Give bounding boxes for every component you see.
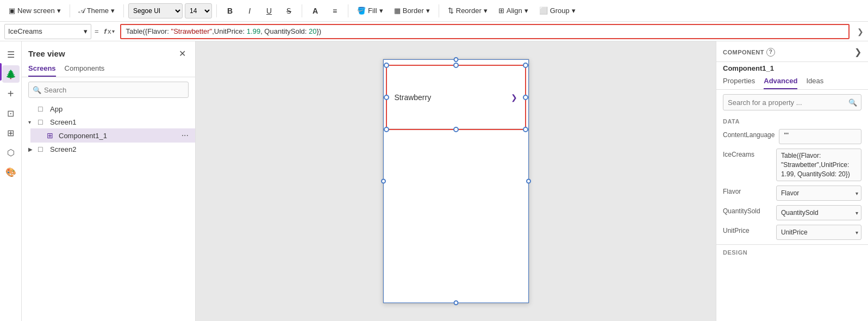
variables-button[interactable]: ⬡ (2, 144, 20, 161)
underline-button[interactable]: U (260, 2, 278, 20)
tab-properties[interactable]: Properties (723, 77, 755, 89)
formula-equals: = (95, 27, 99, 35)
phone-handle-mr[interactable] (526, 179, 531, 184)
tree-header: Tree view ✕ (22, 41, 195, 64)
italic-button[interactable]: I (241, 2, 258, 20)
flavor-select[interactable]: Flavor (776, 186, 861, 201)
formula-fx-button[interactable]: f x ▾ (102, 26, 117, 36)
formula-input[interactable]: Table({Flavor: "Strawbetter",UnitPrice: … (120, 24, 850, 39)
variables-icon: ⬡ (7, 147, 15, 158)
separator-3 (216, 4, 217, 17)
tree-item-app[interactable]: □ App (22, 102, 195, 115)
phone-frame[interactable]: Strawberry ❯ (383, 59, 529, 304)
formula-expand-icon[interactable]: ❯ (857, 27, 864, 36)
menu-icon: ☰ (7, 50, 15, 60)
phone-handle-tc[interactable] (453, 57, 458, 62)
app-label: App (50, 105, 189, 113)
selection-overlay: Strawberry ❯ (386, 65, 526, 130)
handle-ml[interactable] (384, 95, 389, 100)
font-color-button[interactable]: A (307, 2, 324, 20)
fill-button[interactable]: 🪣 Fill ▾ (353, 4, 388, 17)
tree-panel: Tree view ✕ Screens Components 🔍 □ App ▾… (22, 41, 196, 321)
theme-icon: 𝒜 (79, 7, 85, 15)
separator-5 (348, 4, 348, 17)
fill-label: Fill (368, 7, 377, 15)
add-button[interactable]: + (2, 85, 20, 102)
component1-icon: ⊞ (47, 131, 57, 140)
font-color-icon: A (313, 7, 318, 15)
gallery-item-chevron-icon: ❯ (511, 93, 517, 102)
data-button[interactable]: ⊞ (2, 124, 20, 141)
handle-bc[interactable] (453, 127, 459, 132)
tree-title: Tree view (28, 49, 65, 58)
screen1-icon: □ (38, 118, 48, 126)
phone-handle-ml[interactable] (381, 179, 386, 184)
tree-item-screen2[interactable]: ▶ □ Screen2 (22, 143, 195, 156)
tree-close-button[interactable]: ✕ (176, 47, 189, 60)
tab-screens[interactable]: Screens (28, 64, 56, 77)
left-icon-bar: ☰ 🌲 + ⊡ ⊞ ⬡ 🎨 (0, 41, 22, 321)
tree-view-button[interactable]: 🌲 (2, 65, 20, 83)
main-area: ☰ 🌲 + ⊡ ⊞ ⬡ 🎨 Tree view ✕ Screens Compon… (0, 41, 868, 321)
active-indicator (0, 63, 2, 81)
formula-dropdown[interactable]: IceCreams ▾ (4, 24, 91, 39)
data-section-label: DATA (716, 116, 868, 127)
bold-button[interactable]: B (221, 2, 239, 20)
handle-br[interactable] (523, 127, 528, 132)
phone-handle-bc[interactable] (453, 300, 458, 305)
new-screen-button[interactable]: ▣ New screen ▾ (4, 4, 65, 17)
new-screen-icon: ▣ (9, 7, 15, 15)
data-icon: ⊞ (7, 128, 14, 138)
unit-price-select[interactable]: UnitPrice (776, 225, 861, 240)
border-button[interactable]: ▦ Border ▾ (390, 4, 434, 17)
quantity-sold-select[interactable]: QuantitySold (776, 205, 861, 220)
flavor-select-wrap: Flavor ▾ (776, 186, 861, 201)
formula-dropdown-value: IceCreams (8, 27, 42, 35)
flavor-label: Flavor (723, 186, 772, 195)
right-panel-expand-icon[interactable]: ❯ (854, 47, 861, 57)
handle-tl[interactable] (384, 63, 389, 68)
italic-icon: I (248, 7, 251, 15)
media-button[interactable]: 🎨 (2, 163, 20, 181)
screens-button[interactable]: ⊡ (2, 104, 20, 122)
align-button[interactable]: ≡ (326, 2, 344, 20)
handle-tc[interactable] (453, 63, 459, 68)
border-icon: ▦ (394, 7, 401, 15)
formula-bar: IceCreams ▾ = f x ▾ Table({Flavor: "Stra… (0, 22, 868, 41)
formula-text: Table({Flavor: "Strawbetter",UnitPrice: … (126, 27, 321, 35)
tab-components[interactable]: Components (65, 64, 105, 77)
handle-bl[interactable] (384, 127, 389, 132)
design-section-label: DESIGN (716, 244, 868, 258)
component1-more-icon[interactable]: ··· (182, 131, 189, 140)
theme-chevron-icon: ▾ (111, 7, 115, 15)
handle-mr[interactable] (523, 95, 528, 100)
prop-flavor: Flavor Flavor ▾ (716, 183, 868, 203)
gallery-item[interactable]: Strawberry ❯ (387, 66, 525, 129)
tree-search-input[interactable] (28, 82, 189, 98)
font-family-select[interactable]: Segoe UI (128, 3, 183, 18)
menu-button[interactable]: ☰ (2, 46, 20, 63)
strikethrough-button[interactable]: S̶ (280, 2, 297, 20)
search-property-input[interactable] (723, 94, 861, 110)
theme-button[interactable]: 𝒜 Theme ▾ (74, 4, 119, 17)
tab-ideas[interactable]: Ideas (806, 77, 823, 89)
tree-item-component1[interactable]: ⊞ Component1_1 ··· (30, 128, 195, 143)
help-icon[interactable]: ? (766, 48, 775, 57)
ice-creams-value[interactable]: Table({Flavor: "Strawbetter",UnitPrice: … (776, 149, 861, 181)
tree-tabs: Screens Components (22, 64, 195, 77)
group-button[interactable]: ⬜ Group ▾ (535, 4, 580, 17)
handle-tr[interactable] (523, 63, 528, 68)
phone-selection (383, 59, 529, 303)
content-language-value[interactable]: "" (779, 129, 861, 144)
font-size-select[interactable]: 14 (185, 3, 212, 18)
align-btn[interactable]: ⊞ Align ▾ (494, 4, 533, 17)
tree-item-screen1[interactable]: ▾ □ Screen1 (22, 115, 195, 128)
tab-advanced[interactable]: Advanced (764, 77, 797, 89)
app-icon: □ (38, 104, 48, 113)
right-panel: COMPONENT ? ❯ Component1_1 Properties Ad… (716, 41, 868, 321)
content-language-label: ContentLanguage (723, 129, 775, 139)
reorder-icon: ⇅ (448, 7, 454, 15)
reorder-button[interactable]: ⇅ Reorder ▾ (444, 4, 492, 17)
screen2-chevron-icon: ▶ (28, 146, 36, 152)
fill-icon: 🪣 (357, 7, 366, 15)
